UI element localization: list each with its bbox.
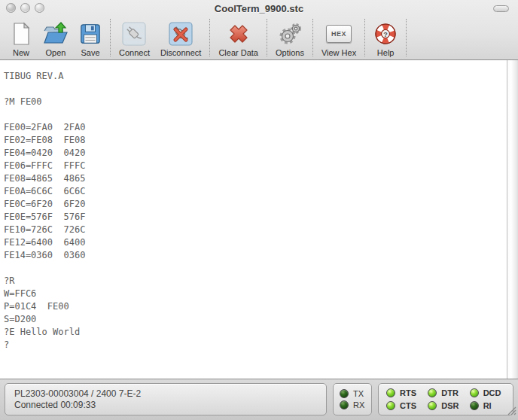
view-hex-button-label: View Hex	[321, 48, 356, 57]
rx-led	[340, 400, 349, 409]
open-folder-icon	[43, 21, 69, 47]
options-button-label: Options	[276, 48, 304, 57]
toolbar-toggle-button[interactable]	[493, 5, 509, 12]
dcd-led	[470, 388, 479, 397]
dtr-indicator[interactable]: DTR	[428, 388, 463, 397]
new-document-icon	[10, 21, 32, 47]
hex-box-icon: HEX	[326, 21, 352, 47]
tx-led	[340, 389, 349, 398]
title-bar[interactable]: CoolTerm_9900.stc	[0, 0, 518, 17]
vertical-scrollbar[interactable]	[507, 60, 518, 379]
connect-button-label: Connect	[119, 48, 150, 57]
new-button[interactable]: New	[5, 18, 38, 57]
rts-label: RTS	[400, 388, 416, 397]
options-gears-icon	[278, 21, 302, 47]
ri-indicator: RI	[470, 401, 505, 410]
dsr-label: DSR	[441, 401, 459, 410]
hex-box-text: HEX	[326, 25, 352, 43]
rx-label: RX	[353, 400, 364, 409]
disconnect-plug-icon	[169, 21, 193, 47]
rts-indicator[interactable]: RTS	[386, 388, 422, 397]
help-lifering-icon: ?	[373, 21, 398, 47]
toolbar-separator	[312, 19, 313, 56]
dsr-indicator: DSR	[428, 401, 463, 410]
open-button[interactable]: Open	[38, 18, 74, 57]
new-button-label: New	[13, 48, 29, 57]
toolbar-separator	[406, 19, 407, 56]
dtr-led	[428, 388, 437, 397]
minimize-button[interactable]	[20, 3, 30, 13]
cts-indicator: CTS	[386, 401, 422, 410]
window-controls	[6, 3, 44, 13]
connect-plug-icon	[122, 21, 146, 47]
device-settings-text: PL2303-00003004 / 2400 7-E-2	[14, 388, 317, 399]
connect-button[interactable]: Connect	[114, 18, 155, 57]
connection-status-text: Connected 00:09:33	[14, 400, 317, 410]
help-button[interactable]: ? Help	[368, 18, 403, 57]
coolterm-window: CoolTerm_9900.stc New	[0, 0, 518, 420]
view-hex-button[interactable]: HEX View Hex	[316, 18, 361, 57]
tx-label: TX	[353, 389, 364, 398]
toolbar-separator	[209, 19, 210, 56]
close-button[interactable]	[6, 3, 16, 13]
ri-led	[470, 401, 479, 410]
disconnect-button-label: Disconnect	[160, 48, 201, 57]
zoom-button[interactable]	[35, 3, 44, 13]
save-button-label: Save	[81, 48, 99, 57]
terminal-area: TIBUG REV.A ?M FE00 FE00=2FA0 2FA0 FE02=…	[0, 60, 518, 379]
cts-label: CTS	[400, 401, 416, 410]
rx-indicator: RX	[340, 400, 365, 409]
clear-data-button-label: Clear Data	[218, 48, 258, 57]
toolbar-separator	[110, 19, 111, 56]
dcd-label: DCD	[483, 388, 501, 397]
toolbar-separator	[267, 19, 267, 56]
txrx-panel: TX RX	[333, 383, 372, 415]
clear-data-x-icon	[226, 21, 251, 47]
tx-indicator: TX	[340, 389, 365, 398]
connection-info-panel: PL2303-00003004 / 2400 7-E-2 Connected 0…	[5, 383, 327, 415]
clear-data-button[interactable]: Clear Data	[213, 18, 264, 57]
open-button-label: Open	[46, 48, 66, 57]
save-button[interactable]: Save	[74, 18, 107, 57]
window-chrome: CoolTerm_9900.stc New	[0, 0, 518, 60]
status-bar: PL2303-00003004 / 2400 7-E-2 Connected 0…	[0, 379, 518, 420]
options-button[interactable]: Options	[270, 18, 309, 57]
dsr-led	[428, 401, 437, 410]
cts-led	[386, 401, 395, 410]
dcd-indicator: DCD	[470, 388, 505, 397]
help-button-label: Help	[377, 48, 395, 57]
toolbar: New Open	[0, 17, 518, 59]
toolbar-separator	[364, 19, 365, 56]
dtr-label: DTR	[441, 388, 459, 397]
terminal-output[interactable]: TIBUG REV.A ?M FE00 FE00=2FA0 2FA0 FE02=…	[0, 60, 518, 352]
help-question-glyph: ?	[383, 31, 388, 38]
ri-label: RI	[483, 401, 492, 410]
resize-grip[interactable]	[507, 405, 516, 418]
disconnect-button[interactable]: Disconnect	[155, 18, 206, 57]
rts-led	[386, 388, 395, 397]
window-title: CoolTerm_9900.stc	[0, 3, 518, 14]
signal-lines-panel: RTS DTR DCD CTS DSR RI	[378, 383, 513, 415]
save-floppy-icon	[79, 21, 102, 47]
